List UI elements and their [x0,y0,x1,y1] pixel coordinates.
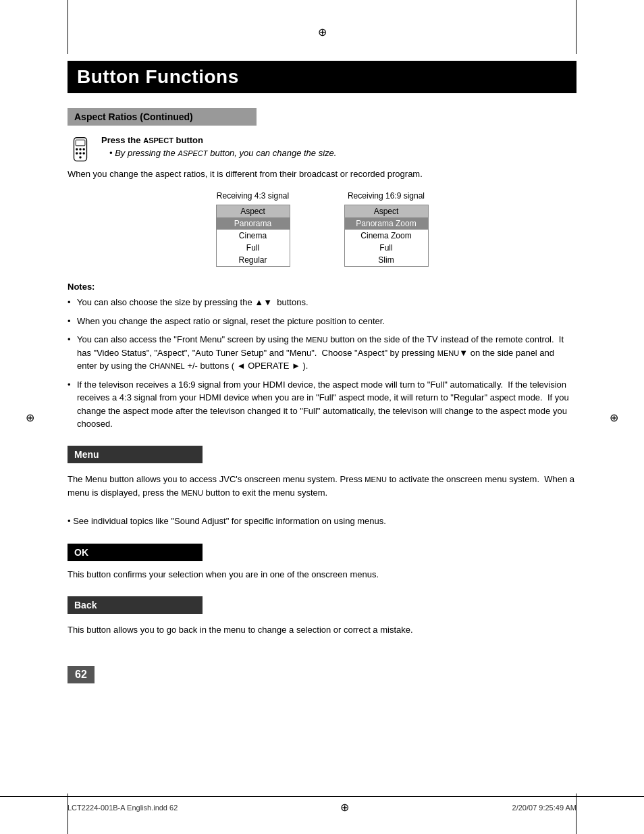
aspect-intro-text: Press the Aspect button • By pressing th… [101,135,576,158]
menu-section: Menu The Menu button allows you to acces… [68,446,576,529]
aspect-ratios-header: Aspect Ratios (Continued) [68,108,257,126]
press-text: Press the Aspect button [101,135,576,145]
reg-mark-right: ⊕ [610,411,618,423]
back-body: This button allows you to go back in the… [68,623,576,637]
ok-body: This button confirms your selection when… [68,568,576,582]
svg-point-5 [82,148,84,150]
svg-point-7 [82,152,84,154]
menu-43-item-3: Regular [216,254,290,267]
aspect-intro: Press the Aspect button • By pressing th… [68,135,576,162]
reg-mark-left: ⊕ [26,411,34,423]
aspect-ratios-section: Aspect Ratios (Continued) Press th [68,108,576,431]
menu-169-item-0: Panorama Zoom ↖ [344,217,428,230]
note-item-0: You can also choose the size by pressing… [68,296,576,309]
menu-43-item-2: Full [216,242,290,254]
aspect-change-note: When you change the aspect ratios, it is… [68,169,576,179]
note-item-2: You can also access the "Front Menu" scr… [68,333,576,373]
svg-point-3 [79,152,81,154]
menu-169-header: Aspect [344,205,428,218]
menu-43-item-0: Panorama ↖ [216,217,290,230]
cursor-43: ↖ [290,219,298,229]
svg-point-4 [76,148,78,150]
notes-list: You can also choose the size by pressing… [68,296,576,431]
menu-body: The Menu button allows you to access JVC… [68,473,576,529]
page-footer: LCT2224-001B-A English.indd 62 ⊕ 2/20/07… [0,796,644,814]
signal-diagrams: Receiving 4:3 signal Aspect Panorama ↖ C… [68,191,576,267]
menu-43-header: Aspect [216,205,290,218]
signal-43-diagram: Receiving 4:3 signal Aspect Panorama ↖ C… [216,191,290,267]
back-header: Back [68,596,203,614]
note-item-1: When you change the aspect ratio or sign… [68,315,576,328]
note-item-3: If the televison receives a 16:9 signal … [68,378,576,431]
signal-169-diagram: Receiving 16:9 signal Aspect Panorama Zo… [344,191,429,267]
signal-169-menu: Aspect Panorama Zoom ↖ Cinema Zoom Full … [344,205,429,267]
footer-right: 2/20/07 9:25:49 AM [512,804,576,812]
notes-title: Notes: [68,282,576,292]
svg-point-8 [79,156,81,158]
press-subtext: • By pressing the Aspect button, you can… [109,148,576,158]
page: ⊕ ⊕ ⊕ Button Functions Aspect Ratios (Co… [0,0,644,834]
page-number: 62 [68,666,95,683]
aspect-smallcaps-1: Aspect [143,136,173,145]
vline-left-top [68,0,68,54]
svg-rect-1 [76,140,85,146]
footer-left: LCT2224-001B-A English.indd 62 [68,804,178,812]
menu-header: Menu [68,446,203,463]
reg-mark-top: ⊕ [318,26,327,38]
svg-point-6 [76,152,78,154]
aspect-smallcaps-2: Aspect [178,149,207,157]
notes-section: Notes: You can also choose the size by p… [68,282,576,431]
menu-169-item-3: Slim [344,254,428,267]
signal-43-label: Receiving 4:3 signal [217,191,289,201]
menu-43-item-1: Cinema [216,230,290,242]
back-section: Back This button allows you to go back i… [68,596,576,637]
footer-reg-mark: ⊕ [340,801,349,814]
ok-header: OK [68,544,203,561]
page-title: Button Functions [68,61,576,93]
menu-169-item-2: Full [344,242,428,254]
cursor-169: ↖ [429,219,436,229]
ok-section: OK This button confirms your selection w… [68,544,576,582]
menu-169-item-1: Cinema Zoom [344,230,428,242]
vline-right-top [576,0,576,54]
svg-point-2 [79,148,81,150]
signal-169-label: Receiving 16:9 signal [348,191,425,201]
signal-43-menu: Aspect Panorama ↖ Cinema Full Regular [216,205,290,267]
remote-icon [68,136,93,162]
